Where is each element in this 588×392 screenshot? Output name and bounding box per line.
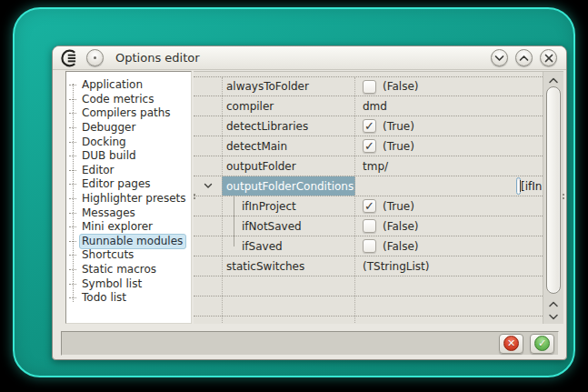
accept-check-icon: ✓ xyxy=(534,336,550,351)
sidebar-item-mini-explorer[interactable]: Mini explorer xyxy=(66,220,191,235)
sidebar-item-label: Todo list xyxy=(79,290,130,306)
cancel-x-icon: ✕ xyxy=(503,336,519,351)
sidebar-item-label: Messages xyxy=(79,206,139,221)
grid-row-staticswitches[interactable]: staticSwitches(TStringList) xyxy=(194,256,543,276)
property-value-cell xyxy=(355,297,543,316)
accept-button[interactable]: ✓ xyxy=(530,334,554,354)
sidebar-item-label: DUB build xyxy=(79,148,140,164)
sidebar-item-label: Compilers paths xyxy=(79,106,174,121)
close-button[interactable] xyxy=(540,49,557,66)
sidebar-item-runnable-modules[interactable]: Runnable modules xyxy=(66,235,191,249)
resize-grip[interactable] xyxy=(563,194,564,196)
sidebar-item-static-macros[interactable]: Static macros xyxy=(66,263,191,277)
vertical-scrollbar[interactable] xyxy=(543,72,563,324)
sidebar-item-label: Shortcuts xyxy=(79,247,137,263)
property-name: detectMain xyxy=(222,136,355,156)
chevron-down-icon xyxy=(548,313,559,321)
sidebar-item-todo-list[interactable]: Todo list xyxy=(66,291,191,306)
row-gutter xyxy=(194,216,222,236)
sidebar-item-label: Code metrics xyxy=(79,92,157,107)
sidebar-item-label: Editor pages xyxy=(79,176,154,192)
property-value-cell: ✓(True) xyxy=(355,196,543,216)
category-tree: ApplicationCode metricsCompilers pathsDe… xyxy=(65,71,192,324)
sidebar-item-application[interactable]: Application xyxy=(66,78,191,93)
property-value-cell: dmd xyxy=(355,96,543,116)
grid-row-ifnotsaved[interactable]: ifNotSaved(False) xyxy=(194,216,543,236)
scrollbar-thumb[interactable] xyxy=(546,86,561,294)
property-value-cell xyxy=(355,317,543,324)
sidebar-item-label: Runnable modules xyxy=(79,234,186,249)
window-menu-button[interactable] xyxy=(86,49,104,66)
grid-row-alwaystofolder[interactable]: alwaysToFolder(False) xyxy=(194,76,543,96)
property-grid-rows: alwaysToFolder(False)compilerdmddetectLi… xyxy=(194,72,543,324)
sidebar-item-symbol-list[interactable]: Symbol list xyxy=(66,276,191,291)
sidebar-item-label: Application xyxy=(79,77,146,93)
maximize-button[interactable] xyxy=(515,49,533,66)
desktop-frame: Options editor xyxy=(13,7,575,377)
expand-chevron-icon[interactable] xyxy=(204,183,213,189)
property-value-cell: [ifInProject] xyxy=(355,176,543,196)
grid-row-ifsaved[interactable]: ifSaved(False) xyxy=(194,236,543,256)
child-connector-line xyxy=(234,196,234,246)
chevron-up-icon xyxy=(519,55,529,62)
editor-text: [ifInProject] xyxy=(521,180,543,193)
minimize-button[interactable] xyxy=(491,49,508,66)
checkbox-checked[interactable]: ✓ xyxy=(363,139,376,153)
property-value: (TStringList) xyxy=(363,260,429,273)
grid-row-empty xyxy=(194,276,543,297)
scrollbar-up-button-2[interactable] xyxy=(543,297,563,310)
scrollbar-down-button[interactable] xyxy=(543,310,563,323)
row-gutter xyxy=(194,196,222,216)
grid-row-ifinproject[interactable]: ifInProject✓(True) xyxy=(194,196,543,216)
property-value-cell: ✓(True) xyxy=(355,116,543,136)
property-name: ifNotSaved xyxy=(222,216,355,236)
property-name xyxy=(222,317,355,324)
sidebar-item-shortcuts[interactable]: Shortcuts xyxy=(66,248,191,263)
sidebar-item-dub-build[interactable]: DUB build xyxy=(66,149,191,164)
grid-row-outputfolderconditions[interactable]: outputFolderConditions[ifInProject] xyxy=(194,176,543,196)
sidebar-item-editor[interactable]: Editor xyxy=(66,164,191,178)
checkbox-checked[interactable]: ✓ xyxy=(363,199,376,213)
grid-row-empty xyxy=(194,297,543,317)
sidebar-item-docking[interactable]: Docking xyxy=(66,135,191,149)
check-icon: ✓ xyxy=(364,140,374,152)
sidebar-item-code-metrics[interactable]: Code metrics xyxy=(66,93,191,107)
checkbox-checked[interactable]: ✓ xyxy=(363,119,376,133)
cancel-button[interactable]: ✕ xyxy=(499,334,523,354)
sidebar-item-label: Editor xyxy=(79,163,118,178)
row-gutter xyxy=(194,256,222,276)
grid-row-compiler[interactable]: compilerdmd xyxy=(194,96,543,116)
property-name xyxy=(222,297,355,316)
sidebar-item-compilers-paths[interactable]: Compilers paths xyxy=(66,106,191,121)
property-value-cell: tmp/ xyxy=(355,156,543,176)
grid-row-detectlibraries[interactable]: detectLibraries✓(True) xyxy=(194,116,543,136)
sidebar-item-messages[interactable]: Messages xyxy=(66,206,191,220)
checkbox-unchecked[interactable] xyxy=(363,80,376,94)
row-gutter xyxy=(194,176,222,196)
grid-row-detectmain[interactable]: detectMain✓(True) xyxy=(194,136,543,156)
screenshot-stage: Options editor xyxy=(0,0,588,392)
sidebar-item-label: Static macros xyxy=(79,262,160,277)
checkbox-unchecked[interactable] xyxy=(363,239,376,253)
footer-toolbar: ✕ ✓ xyxy=(61,331,559,356)
property-value: (True) xyxy=(383,140,414,153)
window-title: Options editor xyxy=(115,51,200,65)
property-name: outputFolder xyxy=(222,156,355,176)
property-grid: alwaysToFolder(False)compilerdmddetectLi… xyxy=(194,71,563,324)
category-tree-items: ApplicationCode metricsCompilers pathsDe… xyxy=(66,78,191,306)
check-icon: ✓ xyxy=(364,200,374,212)
sidebar-item-highlighter-presets[interactable]: Highlighter presets xyxy=(66,192,191,206)
splitter-grip[interactable] xyxy=(194,194,195,196)
grid-row-outputfolder[interactable]: outputFoldertmp/ xyxy=(194,156,543,176)
property-name: ifSaved xyxy=(222,236,355,256)
check-icon: ✓ xyxy=(364,120,374,132)
property-value-cell: (False) xyxy=(355,216,543,236)
sidebar-item-editor-pages[interactable]: Editor pages xyxy=(66,177,191,192)
sidebar-item-debugger[interactable]: Debugger xyxy=(66,121,191,136)
property-value-editor[interactable]: [ifInProject] xyxy=(516,177,521,195)
close-icon xyxy=(544,54,553,63)
checkbox-unchecked[interactable] xyxy=(363,219,376,233)
property-value: (False) xyxy=(383,220,419,233)
row-gutter xyxy=(194,96,222,116)
scrollbar-up-button[interactable] xyxy=(543,74,563,86)
